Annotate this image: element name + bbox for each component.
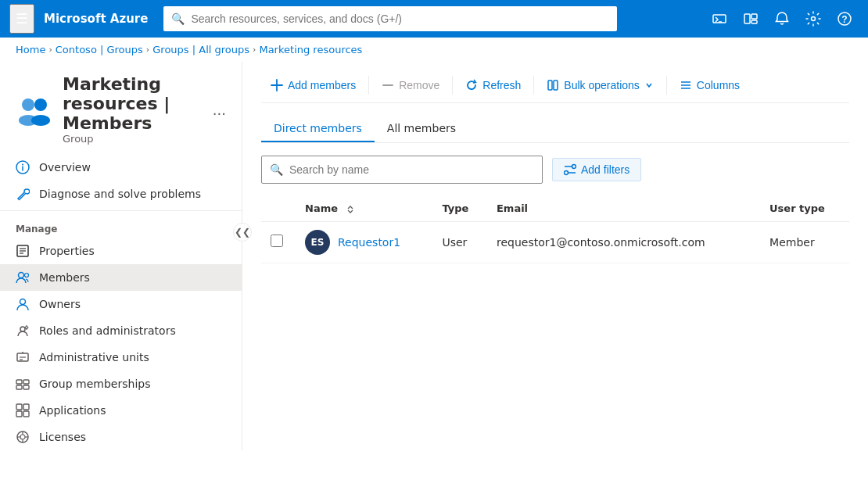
group-memberships-icon [16,377,30,391]
tabs: Direct members All members [261,116,849,143]
row-checkbox-cell [261,221,296,263]
sidebar-divider [0,210,242,211]
row-type: User [432,221,487,263]
properties-icon [16,244,30,258]
topbar-icons: ? [705,5,859,33]
sidebar-item-properties[interactable]: Properties [0,238,242,264]
members-icon [16,270,30,285]
sidebar-title-block: Marketing resources | Members Group [63,74,197,145]
tab-all-members[interactable]: All members [375,116,468,142]
table-row: ES Requestor1 User requestor1@contoso.on… [261,221,849,263]
svg-point-22 [20,327,25,331]
help-button[interactable]: ? [830,5,859,33]
sidebar-item-diagnose[interactable]: Diagnose and solve problems [0,181,242,207]
breadcrumb-all-groups[interactable]: Groups | All groups [152,44,249,56]
sidebar-item-label-overview: Overview [39,161,91,174]
info-icon [16,160,30,174]
table-header-name[interactable]: Name [296,196,432,221]
admin-icon [16,350,30,364]
row-email: requestor1@contoso.onmicrosoft.com [487,221,760,263]
avatar: ES [305,230,330,255]
sidebar-item-label-admin-units: Administrative units [39,351,149,363]
row-checkbox[interactable] [271,235,283,247]
refresh-button[interactable]: Refresh [456,74,530,96]
sidebar-item-roles[interactable]: Roles and administrators [0,317,242,344]
breadcrumb-sep-3: › [253,45,256,55]
add-filters-label: Add filters [581,163,629,176]
tab-direct-members[interactable]: Direct members [261,116,375,142]
search-icon: 🔍 [171,13,185,25]
main-area: Marketing resources | Members Group ... … [0,62,868,487]
breadcrumb-sep-1: › [48,45,52,55]
svg-point-23 [26,327,28,329]
sidebar-item-overview[interactable]: Overview [0,154,242,181]
sidebar-item-members[interactable]: Members [0,264,242,291]
svg-point-41 [20,435,25,439]
svg-point-11 [31,115,50,126]
row-name[interactable]: Requestor1 [338,236,400,249]
sidebar-nav: Overview Diagnose and solve problems Man… [0,154,242,450]
sidebar-item-label-diagnose: Diagnose and solve problems [39,188,201,200]
remove-button[interactable]: Remove [372,74,449,96]
add-filters-button[interactable]: Add filters [552,158,641,181]
hamburger-menu-button[interactable]: ☰ [9,4,34,34]
bulk-operations-button[interactable]: Bulk operations [537,74,663,96]
svg-rect-3 [751,14,757,19]
sidebar-item-label-roles: Roles and administrators [39,324,176,337]
settings-button[interactable] [799,5,827,33]
table-header-email: Email [487,196,760,221]
add-members-label: Add members [288,79,356,91]
add-members-button[interactable]: Add members [261,74,365,96]
refresh-label: Refresh [482,79,521,91]
svg-point-9 [34,98,47,111]
svg-point-20 [25,274,29,278]
svg-point-21 [20,299,26,305]
search-input[interactable] [289,163,534,176]
sidebar-item-label-applications: Applications [39,404,106,417]
sidebar-item-admin-units[interactable]: Administrative units [0,344,242,371]
roles-icon [16,324,30,338]
svg-point-8 [22,98,34,111]
manage-section-label: Manage [0,214,242,238]
sidebar-item-owners[interactable]: Owners [0,291,242,317]
svg-point-56 [565,171,569,175]
sidebar-item-licenses[interactable]: Licenses [0,424,242,450]
svg-text:?: ? [841,14,847,25]
table-header-checkbox [261,196,296,221]
svg-rect-39 [23,411,29,417]
portal-settings-button[interactable] [737,5,765,33]
svg-rect-38 [16,411,22,417]
breadcrumb-sep-2: › [146,45,149,55]
sidebar-item-label-members: Members [39,271,90,284]
sidebar-item-label-group-memberships: Group memberships [39,378,150,390]
search-box: 🔍 [261,156,543,184]
cloud-shell-button[interactable] [705,5,733,33]
page-title: Marketing resources | Members [63,74,197,133]
sidebar-collapse-button[interactable]: ❮❮ [233,223,252,242]
sidebar-header: Marketing resources | Members Group ... [0,62,242,154]
svg-point-19 [19,273,24,278]
sidebar-item-applications[interactable]: Applications [0,397,242,424]
global-search-box: 🔍 [163,6,617,31]
licenses-icon [16,430,30,444]
remove-label: Remove [399,79,439,91]
applications-icon [16,403,30,417]
bulk-operations-label: Bulk operations [564,79,640,91]
group-avatar [16,91,53,128]
search-row: 🔍 Add filters [261,156,849,184]
breadcrumb-home[interactable]: Home [16,44,45,56]
more-options-button[interactable]: ... [213,102,226,118]
search-icon: 🔍 [270,163,283,176]
global-search-input[interactable] [191,13,609,25]
sidebar: Marketing resources | Members Group ... … [0,62,242,450]
columns-button[interactable]: Columns [670,74,749,96]
owners-icon [16,297,30,311]
svg-rect-4 [751,20,757,23]
notifications-button[interactable] [768,5,796,33]
toolbar-sep-3 [533,76,534,95]
breadcrumb-contoso-groups[interactable]: Contoso | Groups [56,44,143,56]
sidebar-item-group-memberships[interactable]: Group memberships [0,371,242,397]
sidebar-item-label-licenses: Licenses [39,431,86,443]
row-user-type: Member [760,221,849,263]
svg-rect-2 [744,14,750,23]
